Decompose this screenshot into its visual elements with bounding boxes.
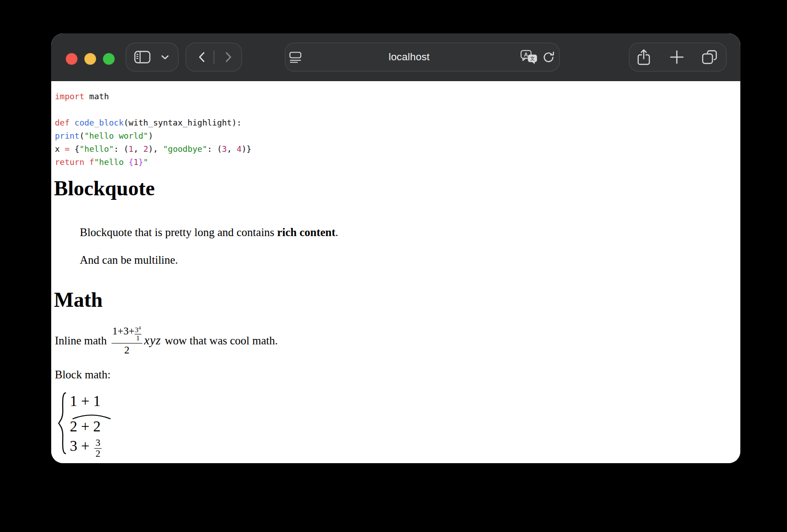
page-content: import mathdef code_block(with_syntax_hi… (51, 81, 740, 463)
new-tab-button[interactable] (670, 43, 684, 72)
code-line: print("hello world") (55, 129, 252, 142)
minimize-window-button[interactable] (84, 53, 96, 65)
case-row-1: 1 + 1 (70, 393, 112, 409)
blockquote-bold-text: rich content (277, 226, 335, 238)
plus-icon (670, 50, 684, 64)
small-fraction: 32 (94, 438, 102, 459)
blockquote-paragraph-1: Blockquote that is pretty long and conta… (80, 226, 338, 239)
forward-button[interactable] (225, 43, 232, 72)
address-bar-url: localhost (285, 43, 560, 72)
zoom-window-button[interactable] (103, 53, 115, 65)
toolbar-right-button-group (629, 43, 727, 72)
tab-overview-button[interactable] (702, 43, 717, 72)
math-heading: Math (54, 289, 102, 311)
share-icon (636, 48, 651, 66)
code-block: import mathdef code_block(with_syntax_hi… (55, 90, 252, 169)
code-line: import math (55, 90, 252, 103)
svg-text:A: A (524, 52, 528, 58)
screenshot-background: { "theme": { "bg": "#000000", "toolbar":… (0, 0, 787, 532)
nav-divider (214, 50, 214, 64)
code-line: x = {"hello": (1, 2), "goodbye": (3, 4)} (55, 142, 252, 155)
back-button[interactable] (198, 43, 205, 72)
translate-button[interactable]: A 文 (520, 43, 538, 72)
translate-icon: A 文 (520, 50, 538, 64)
reload-icon (542, 50, 555, 64)
tabs-icon (702, 50, 717, 64)
close-window-button[interactable] (66, 53, 78, 65)
code-line: return f"hello {1}" (55, 155, 252, 169)
browser-window: localhost A 文 (51, 34, 740, 463)
sidebar-button-group (126, 43, 179, 72)
left-brace-icon (58, 392, 67, 455)
blockquote-paragraph-2: And can be multiline. (80, 253, 178, 267)
nested-fraction: 341 (135, 325, 141, 342)
inline-math-paragraph: Inline math 1+3+3412xyz wow that was coo… (55, 323, 278, 355)
inline-fraction: 1+3+3412 (112, 323, 142, 355)
blockquote-heading: Blockquote (54, 177, 155, 200)
case-row-3: 3 + 32 (70, 438, 112, 459)
code-line-blank (55, 103, 252, 116)
code-line: def code_block(with_syntax_highlight): (55, 116, 252, 129)
case-rows: 1 + 1 2 + 2 3 + 32 (70, 392, 112, 459)
inline-math-tail: wow that was cool math. (162, 334, 278, 347)
inline-math-lead: Inline math (55, 334, 110, 347)
navigation-button-group (185, 43, 242, 72)
sidebar-toggle-button[interactable] (134, 43, 151, 72)
sidebar-icon (134, 51, 151, 63)
case-row-2: 2 + 2 (70, 413, 112, 435)
reload-button[interactable] (542, 43, 555, 72)
back-icon (198, 52, 205, 63)
math-variables: xyz (144, 334, 161, 347)
nested-exponent: 4 (138, 325, 141, 330)
block-math-label: Block math: (55, 368, 111, 382)
block-math-cases: 1 + 1 2 + 2 3 + 32 (58, 392, 112, 459)
chevron-down-icon (161, 55, 169, 60)
svg-text:文: 文 (530, 56, 535, 61)
browser-toolbar: localhost A 文 (51, 34, 740, 81)
address-bar[interactable]: localhost A 文 (285, 43, 560, 72)
tab-group-menu-button[interactable] (161, 43, 169, 72)
share-button[interactable] (636, 43, 651, 72)
forward-icon (225, 52, 232, 63)
